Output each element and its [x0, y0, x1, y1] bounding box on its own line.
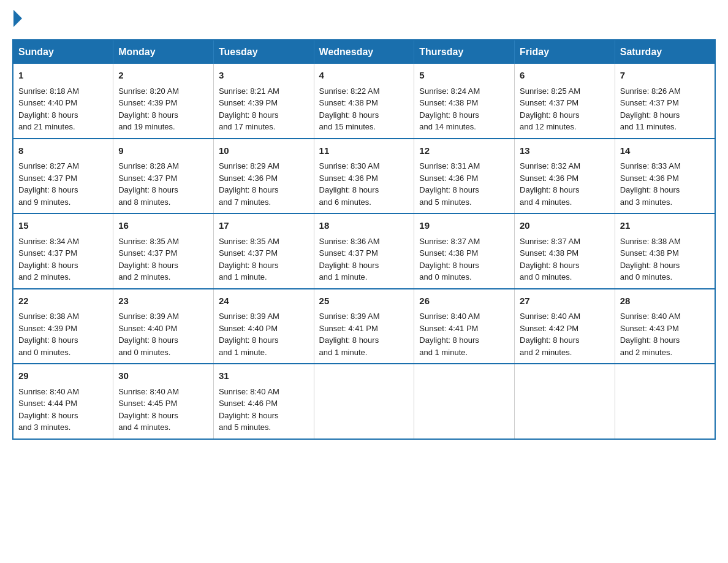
calendar-cell: 13Sunrise: 8:32 AMSunset: 4:36 PMDayligh… — [515, 139, 615, 214]
day-number: 9 — [118, 144, 208, 158]
day-number: 16 — [118, 219, 208, 233]
day-number: 17 — [219, 219, 309, 233]
weekday-header-sunday: Sunday — [13, 40, 113, 64]
calendar-week-2: 8Sunrise: 8:27 AMSunset: 4:37 PMDaylight… — [13, 139, 715, 214]
day-number: 3 — [219, 69, 309, 83]
calendar-cell: 15Sunrise: 8:34 AMSunset: 4:37 PMDayligh… — [13, 213, 113, 289]
day-number: 1 — [18, 69, 108, 83]
calendar-cell: 9Sunrise: 8:28 AMSunset: 4:37 PMDaylight… — [113, 139, 214, 214]
page-header — [12, 12, 716, 27]
calendar-cell: 14Sunrise: 8:33 AMSunset: 4:36 PMDayligh… — [615, 139, 715, 214]
calendar-cell: 31Sunrise: 8:40 AMSunset: 4:46 PMDayligh… — [213, 364, 314, 439]
weekday-header-monday: Monday — [113, 40, 214, 64]
day-number: 19 — [419, 219, 509, 233]
calendar-cell: 25Sunrise: 8:39 AMSunset: 4:41 PMDayligh… — [314, 289, 414, 364]
calendar-cell: 18Sunrise: 8:36 AMSunset: 4:37 PMDayligh… — [314, 213, 414, 289]
day-number: 30 — [118, 369, 208, 383]
logo-blue-part — [12, 12, 22, 27]
calendar-cell — [414, 364, 515, 439]
day-number: 10 — [219, 144, 309, 158]
calendar-table: SundayMondayTuesdayWednesdayThursdayFrid… — [12, 39, 716, 440]
calendar-cell: 23Sunrise: 8:39 AMSunset: 4:40 PMDayligh… — [113, 289, 214, 364]
calendar-cell: 12Sunrise: 8:31 AMSunset: 4:36 PMDayligh… — [414, 139, 515, 214]
day-number: 15 — [18, 219, 108, 233]
calendar-cell: 26Sunrise: 8:40 AMSunset: 4:41 PMDayligh… — [414, 289, 515, 364]
calendar-cell: 24Sunrise: 8:39 AMSunset: 4:40 PMDayligh… — [213, 289, 314, 364]
calendar-cell: 20Sunrise: 8:37 AMSunset: 4:38 PMDayligh… — [515, 213, 615, 289]
calendar-cell: 17Sunrise: 8:35 AMSunset: 4:37 PMDayligh… — [213, 213, 314, 289]
calendar-cell: 8Sunrise: 8:27 AMSunset: 4:37 PMDaylight… — [13, 139, 113, 214]
calendar-cell: 19Sunrise: 8:37 AMSunset: 4:38 PMDayligh… — [414, 213, 515, 289]
day-number: 20 — [520, 219, 610, 233]
day-number: 27 — [520, 294, 610, 308]
calendar-cell: 3Sunrise: 8:21 AMSunset: 4:39 PMDaylight… — [213, 64, 314, 139]
day-number: 21 — [620, 219, 710, 233]
day-number: 29 — [18, 369, 108, 383]
weekday-header-row: SundayMondayTuesdayWednesdayThursdayFrid… — [13, 40, 715, 64]
calendar-cell: 7Sunrise: 8:26 AMSunset: 4:37 PMDaylight… — [615, 64, 715, 139]
day-number: 31 — [219, 369, 309, 383]
calendar-cell: 10Sunrise: 8:29 AMSunset: 4:36 PMDayligh… — [213, 139, 314, 214]
calendar-cell: 29Sunrise: 8:40 AMSunset: 4:44 PMDayligh… — [13, 364, 113, 439]
day-number: 12 — [419, 144, 509, 158]
day-number: 23 — [118, 294, 208, 308]
calendar-cell: 27Sunrise: 8:40 AMSunset: 4:42 PMDayligh… — [515, 289, 615, 364]
day-number: 5 — [419, 69, 509, 83]
calendar-cell: 1Sunrise: 8:18 AMSunset: 4:40 PMDaylight… — [13, 64, 113, 139]
calendar-week-4: 22Sunrise: 8:38 AMSunset: 4:39 PMDayligh… — [13, 289, 715, 364]
day-number: 18 — [319, 219, 409, 233]
calendar-cell: 22Sunrise: 8:38 AMSunset: 4:39 PMDayligh… — [13, 289, 113, 364]
day-number: 28 — [620, 294, 710, 308]
calendar-cell: 4Sunrise: 8:22 AMSunset: 4:38 PMDaylight… — [314, 64, 414, 139]
day-number: 2 — [118, 69, 208, 83]
calendar-cell: 2Sunrise: 8:20 AMSunset: 4:39 PMDaylight… — [113, 64, 214, 139]
calendar-cell — [314, 364, 414, 439]
day-number: 7 — [620, 69, 710, 83]
logo-triangle-icon — [13, 10, 22, 27]
day-number: 25 — [319, 294, 409, 308]
calendar-cell: 6Sunrise: 8:25 AMSunset: 4:37 PMDaylight… — [515, 64, 615, 139]
day-number: 8 — [18, 144, 108, 158]
day-number: 14 — [620, 144, 710, 158]
day-number: 24 — [219, 294, 309, 308]
calendar-cell — [515, 364, 615, 439]
day-number: 4 — [319, 69, 409, 83]
calendar-cell: 28Sunrise: 8:40 AMSunset: 4:43 PMDayligh… — [615, 289, 715, 364]
day-number: 13 — [520, 144, 610, 158]
weekday-header-tuesday: Tuesday — [213, 40, 314, 64]
day-number: 22 — [18, 294, 108, 308]
logo — [12, 12, 22, 27]
calendar-week-1: 1Sunrise: 8:18 AMSunset: 4:40 PMDaylight… — [13, 64, 715, 139]
calendar-cell: 30Sunrise: 8:40 AMSunset: 4:45 PMDayligh… — [113, 364, 214, 439]
weekday-header-thursday: Thursday — [414, 40, 515, 64]
calendar-cell: 21Sunrise: 8:38 AMSunset: 4:38 PMDayligh… — [615, 213, 715, 289]
weekday-header-wednesday: Wednesday — [314, 40, 414, 64]
day-number: 26 — [419, 294, 509, 308]
calendar-week-3: 15Sunrise: 8:34 AMSunset: 4:37 PMDayligh… — [13, 213, 715, 289]
calendar-week-5: 29Sunrise: 8:40 AMSunset: 4:44 PMDayligh… — [13, 364, 715, 439]
calendar-cell: 5Sunrise: 8:24 AMSunset: 4:38 PMDaylight… — [414, 64, 515, 139]
day-number: 11 — [319, 144, 409, 158]
weekday-header-friday: Friday — [515, 40, 615, 64]
calendar-cell: 16Sunrise: 8:35 AMSunset: 4:37 PMDayligh… — [113, 213, 214, 289]
calendar-cell: 11Sunrise: 8:30 AMSunset: 4:36 PMDayligh… — [314, 139, 414, 214]
day-number: 6 — [520, 69, 610, 83]
calendar-cell — [615, 364, 715, 439]
weekday-header-saturday: Saturday — [615, 40, 715, 64]
